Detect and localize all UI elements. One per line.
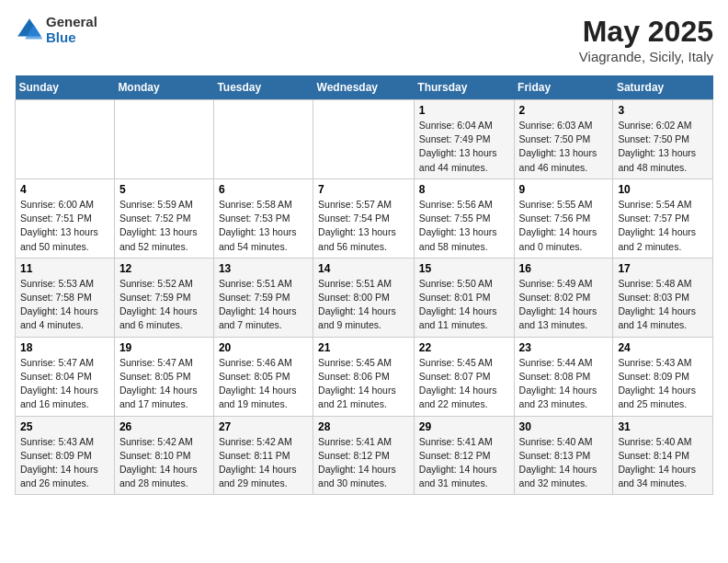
calendar-week-row: 11Sunrise: 5:53 AM Sunset: 7:58 PM Dayli… [16, 258, 713, 337]
day-info: Sunrise: 5:55 AM Sunset: 7:56 PM Dayligh… [519, 198, 609, 254]
day-info: Sunrise: 5:59 AM Sunset: 7:52 PM Dayligh… [119, 198, 209, 254]
calendar-cell [213, 100, 313, 179]
day-of-week-header: Thursday [414, 75, 514, 100]
calendar-cell: 4Sunrise: 6:00 AM Sunset: 7:51 PM Daylig… [16, 178, 115, 258]
day-info: Sunrise: 6:00 AM Sunset: 7:51 PM Dayligh… [20, 198, 109, 254]
day-info: Sunrise: 5:47 AM Sunset: 8:04 PM Dayligh… [20, 356, 109, 412]
day-info: Sunrise: 5:45 AM Sunset: 8:06 PM Dayligh… [318, 356, 409, 412]
calendar-cell: 3Sunrise: 6:02 AM Sunset: 7:50 PM Daylig… [613, 100, 713, 179]
calendar-cell: 31Sunrise: 5:40 AM Sunset: 8:14 PM Dayli… [613, 416, 713, 495]
day-number: 7 [318, 183, 409, 196]
day-info: Sunrise: 5:52 AM Sunset: 7:59 PM Dayligh… [119, 277, 209, 333]
calendar-cell: 9Sunrise: 5:55 AM Sunset: 7:56 PM Daylig… [514, 178, 613, 258]
day-number: 23 [519, 341, 609, 354]
day-info: Sunrise: 5:58 AM Sunset: 7:53 PM Dayligh… [219, 198, 308, 254]
day-number: 6 [219, 183, 308, 196]
day-number: 16 [519, 262, 609, 275]
day-number: 8 [419, 183, 509, 196]
day-info: Sunrise: 5:46 AM Sunset: 8:05 PM Dayligh… [219, 356, 308, 412]
calendar-cell: 28Sunrise: 5:41 AM Sunset: 8:12 PM Dayli… [313, 416, 415, 495]
calendar-cell: 26Sunrise: 5:42 AM Sunset: 8:10 PM Dayli… [114, 416, 213, 495]
location: Viagrande, Sicily, Italy [579, 49, 713, 64]
day-number: 21 [318, 341, 409, 354]
day-number: 22 [419, 341, 509, 354]
calendar-cell: 18Sunrise: 5:47 AM Sunset: 8:04 PM Dayli… [16, 337, 115, 416]
day-number: 3 [618, 104, 708, 117]
logo-general: General [46, 15, 97, 30]
day-info: Sunrise: 5:42 AM Sunset: 8:11 PM Dayligh… [219, 435, 308, 491]
day-number: 5 [119, 183, 209, 196]
day-of-week-header: Friday [514, 75, 613, 100]
calendar-cell: 17Sunrise: 5:48 AM Sunset: 8:03 PM Dayli… [613, 258, 713, 337]
calendar-week-row: 4Sunrise: 6:00 AM Sunset: 7:51 PM Daylig… [16, 178, 713, 258]
calendar-cell: 27Sunrise: 5:42 AM Sunset: 8:11 PM Dayli… [213, 416, 313, 495]
calendar-cell: 8Sunrise: 5:56 AM Sunset: 7:55 PM Daylig… [414, 178, 514, 258]
logo: General Blue [15, 15, 97, 45]
month-title: May 2025 [579, 15, 713, 49]
day-number: 15 [419, 262, 509, 275]
calendar-cell: 19Sunrise: 5:47 AM Sunset: 8:05 PM Dayli… [114, 337, 213, 416]
day-info: Sunrise: 5:57 AM Sunset: 7:54 PM Dayligh… [318, 198, 409, 254]
day-info: Sunrise: 5:41 AM Sunset: 8:12 PM Dayligh… [419, 435, 509, 491]
calendar-cell: 12Sunrise: 5:52 AM Sunset: 7:59 PM Dayli… [114, 258, 213, 337]
day-number: 12 [119, 262, 209, 275]
day-number: 17 [618, 262, 708, 275]
calendar-cell [114, 100, 213, 179]
day-info: Sunrise: 5:47 AM Sunset: 8:05 PM Dayligh… [119, 356, 209, 412]
calendar-week-row: 18Sunrise: 5:47 AM Sunset: 8:04 PM Dayli… [16, 337, 713, 416]
calendar-cell: 15Sunrise: 5:50 AM Sunset: 8:01 PM Dayli… [414, 258, 514, 337]
calendar-cell: 30Sunrise: 5:40 AM Sunset: 8:13 PM Dayli… [514, 416, 613, 495]
day-number: 27 [219, 420, 308, 433]
day-number: 25 [20, 420, 109, 433]
day-number: 1 [419, 104, 509, 117]
calendar-cell: 2Sunrise: 6:03 AM Sunset: 7:50 PM Daylig… [514, 100, 613, 179]
calendar-cell: 6Sunrise: 5:58 AM Sunset: 7:53 PM Daylig… [213, 178, 313, 258]
calendar-cell [313, 100, 415, 179]
day-of-week-header: Tuesday [213, 75, 313, 100]
day-info: Sunrise: 5:54 AM Sunset: 7:57 PM Dayligh… [618, 198, 708, 254]
day-of-week-header: Sunday [16, 75, 115, 100]
day-info: Sunrise: 5:41 AM Sunset: 8:12 PM Dayligh… [318, 435, 409, 491]
calendar-cell: 21Sunrise: 5:45 AM Sunset: 8:06 PM Dayli… [313, 337, 415, 416]
day-number: 14 [318, 262, 409, 275]
calendar-cell: 14Sunrise: 5:51 AM Sunset: 8:00 PM Dayli… [313, 258, 415, 337]
calendar-cell: 16Sunrise: 5:49 AM Sunset: 8:02 PM Dayli… [514, 258, 613, 337]
day-number: 30 [519, 420, 609, 433]
calendar-cell: 1Sunrise: 6:04 AM Sunset: 7:49 PM Daylig… [414, 100, 514, 179]
day-number: 10 [618, 183, 708, 196]
day-number: 2 [519, 104, 609, 117]
day-info: Sunrise: 6:03 AM Sunset: 7:50 PM Dayligh… [519, 119, 609, 175]
day-info: Sunrise: 5:44 AM Sunset: 8:08 PM Dayligh… [519, 356, 609, 412]
day-of-week-header: Wednesday [313, 75, 415, 100]
calendar-cell: 5Sunrise: 5:59 AM Sunset: 7:52 PM Daylig… [114, 178, 213, 258]
calendar-cell: 22Sunrise: 5:45 AM Sunset: 8:07 PM Dayli… [414, 337, 514, 416]
calendar-cell: 29Sunrise: 5:41 AM Sunset: 8:12 PM Dayli… [414, 416, 514, 495]
calendar-cell [16, 100, 115, 179]
calendar-cell: 25Sunrise: 5:43 AM Sunset: 8:09 PM Dayli… [16, 416, 115, 495]
day-info: Sunrise: 5:49 AM Sunset: 8:02 PM Dayligh… [519, 277, 609, 333]
day-number: 29 [419, 420, 509, 433]
day-info: Sunrise: 5:51 AM Sunset: 7:59 PM Dayligh… [219, 277, 308, 333]
day-info: Sunrise: 5:43 AM Sunset: 8:09 PM Dayligh… [20, 435, 109, 491]
day-info: Sunrise: 5:53 AM Sunset: 7:58 PM Dayligh… [20, 277, 109, 333]
day-of-week-header: Monday [114, 75, 213, 100]
calendar-cell: 11Sunrise: 5:53 AM Sunset: 7:58 PM Dayli… [16, 258, 115, 337]
logo-blue: Blue [46, 30, 97, 46]
day-info: Sunrise: 5:56 AM Sunset: 7:55 PM Dayligh… [419, 198, 509, 254]
day-number: 20 [219, 341, 308, 354]
calendar-table: SundayMondayTuesdayWednesdayThursdayFrid… [15, 75, 713, 495]
calendar-cell: 24Sunrise: 5:43 AM Sunset: 8:09 PM Dayli… [613, 337, 713, 416]
day-number: 9 [519, 183, 609, 196]
title-block: May 2025 Viagrande, Sicily, Italy [579, 15, 713, 64]
day-of-week-header: Saturday [613, 75, 713, 100]
day-number: 19 [119, 341, 209, 354]
day-info: Sunrise: 5:43 AM Sunset: 8:09 PM Dayligh… [618, 356, 708, 412]
day-info: Sunrise: 5:51 AM Sunset: 8:00 PM Dayligh… [318, 277, 409, 333]
day-number: 28 [318, 420, 409, 433]
day-info: Sunrise: 5:40 AM Sunset: 8:14 PM Dayligh… [618, 435, 708, 491]
day-number: 13 [219, 262, 308, 275]
day-info: Sunrise: 6:04 AM Sunset: 7:49 PM Dayligh… [419, 119, 509, 175]
day-info: Sunrise: 5:45 AM Sunset: 8:07 PM Dayligh… [419, 356, 509, 412]
calendar-cell: 10Sunrise: 5:54 AM Sunset: 7:57 PM Dayli… [613, 178, 713, 258]
calendar-week-row: 1Sunrise: 6:04 AM Sunset: 7:49 PM Daylig… [16, 100, 713, 179]
